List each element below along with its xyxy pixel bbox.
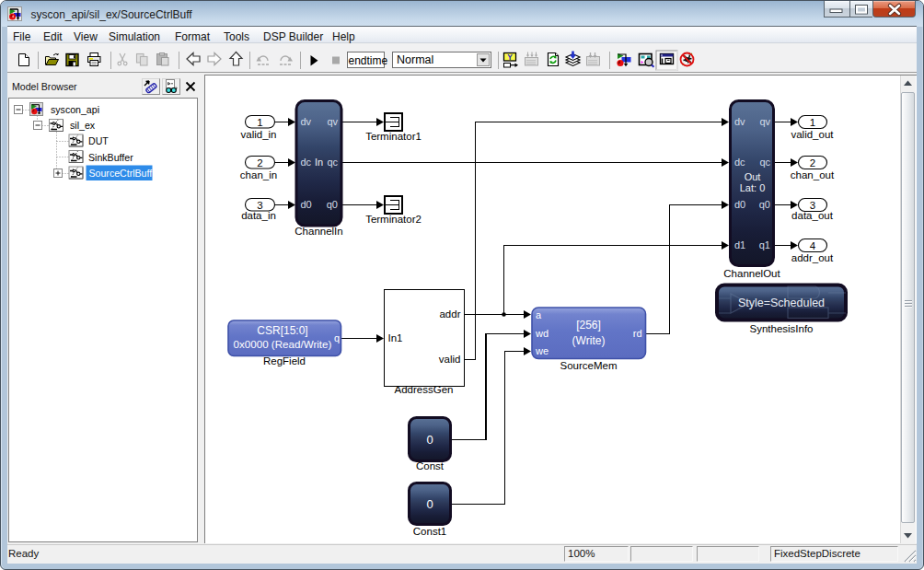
svg-text:RegField: RegField (263, 355, 306, 366)
svg-text:Terminator1: Terminator1 (365, 131, 422, 142)
svg-text:chan_in: chan_in (240, 169, 277, 180)
svg-text:SynthesisInfo: SynthesisInfo (749, 323, 813, 334)
svg-text:a: a (536, 309, 542, 320)
svg-text:dc: dc (734, 157, 745, 168)
svg-text:Y: Y (507, 52, 513, 62)
svg-text:0: 0 (426, 497, 433, 511)
svg-text:valid_in: valid_in (241, 129, 277, 140)
svg-text:chan_out: chan_out (791, 169, 835, 180)
svg-text:q1: q1 (759, 239, 770, 250)
svg-text:d0: d0 (301, 199, 312, 210)
svg-text:3: 3 (810, 200, 815, 211)
svg-text:Const: Const (416, 460, 445, 471)
svg-text:ChannelIn: ChannelIn (295, 226, 342, 237)
svg-text:q0: q0 (327, 199, 338, 210)
svg-text:Lat: 0: Lat: 0 (740, 182, 766, 193)
svg-text:qv: qv (327, 116, 338, 127)
svg-text:SourceMem: SourceMem (560, 360, 618, 371)
svg-text:1: 1 (810, 117, 815, 128)
svg-text:wd: wd (535, 328, 549, 339)
svg-text:SinkBuffer: SinkBuffer (88, 152, 133, 163)
svg-text:dc: dc (301, 157, 312, 168)
svg-text:4: 4 (810, 240, 816, 251)
svg-text:Out: Out (745, 171, 761, 182)
svg-text:qc: qc (759, 157, 770, 168)
svg-text:data_out: data_out (791, 210, 834, 221)
svg-text:valid_out: valid_out (791, 129, 834, 140)
svg-text:(Write): (Write) (572, 334, 606, 347)
svg-text:qv: qv (759, 116, 770, 127)
svg-text:In: In (315, 157, 323, 168)
svg-text:0: 0 (426, 433, 433, 447)
svg-text:d0: d0 (734, 199, 745, 210)
svg-text:AddressGen: AddressGen (395, 384, 454, 395)
svg-text:sil_ex: sil_ex (70, 120, 96, 131)
svg-text:q: q (334, 332, 340, 343)
svg-text:d1: d1 (734, 239, 745, 250)
svg-text:2: 2 (810, 157, 815, 169)
svg-text:1: 1 (257, 117, 262, 128)
svg-text:data_in: data_in (241, 210, 276, 221)
svg-text:rd: rd (633, 328, 642, 339)
svg-text:we: we (535, 345, 549, 356)
svg-text:Style=Scheduled: Style=Scheduled (738, 297, 825, 309)
svg-text:In1: In1 (388, 332, 403, 343)
svg-text:Const1: Const1 (413, 526, 446, 537)
svg-text:Terminator2: Terminator2 (365, 214, 422, 225)
svg-text:0x0000 (Read/Write): 0x0000 (Read/Write) (234, 338, 332, 350)
svg-text:[256]: [256] (576, 319, 601, 332)
svg-text:2: 2 (257, 157, 262, 169)
svg-text:dv: dv (301, 116, 312, 127)
svg-text:addr_out: addr_out (791, 252, 834, 263)
svg-text:valid: valid (439, 354, 461, 365)
svg-text:DUT: DUT (88, 135, 109, 146)
svg-text:qc: qc (327, 157, 338, 168)
svg-text:SourceCtrlBuff: SourceCtrlBuff (89, 168, 153, 179)
svg-text:q0: q0 (759, 199, 770, 210)
svg-text:dv: dv (734, 116, 745, 127)
svg-text:CSR[15:0]: CSR[15:0] (257, 324, 307, 337)
svg-text:syscon_api: syscon_api (51, 104, 99, 115)
svg-text:addr: addr (439, 308, 460, 320)
svg-text:ChannelOut: ChannelOut (723, 268, 780, 279)
